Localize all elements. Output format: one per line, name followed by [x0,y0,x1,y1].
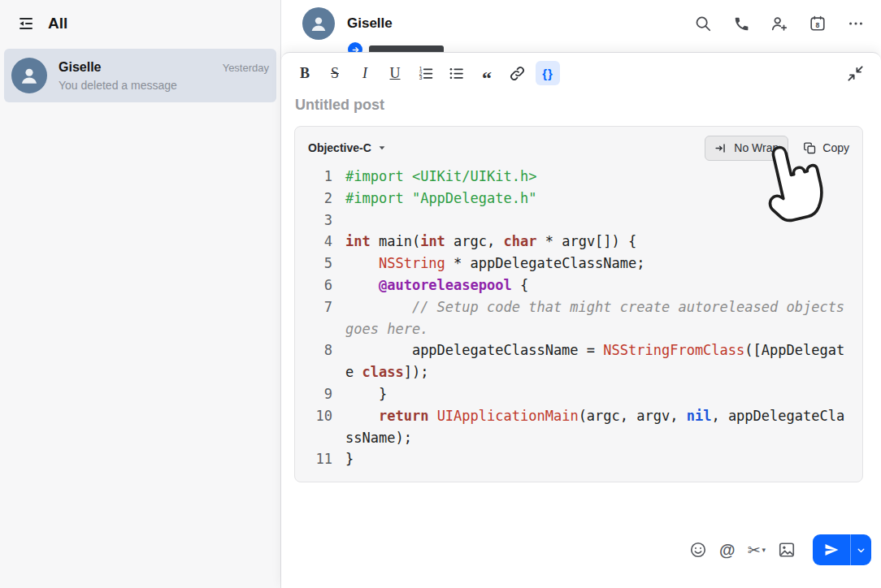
code-text [345,210,846,231]
chat-pane: Giselle [281,0,881,588]
line-number: 3 [308,210,332,231]
code-line: 8 appDelegateClassName = NSStringFromCla… [308,339,849,383]
collapse-editor-icon[interactable] [843,61,868,85]
code-line: 1#import <UIKit/UIKit.h> [308,166,849,188]
mention-icon[interactable]: @ [719,541,736,560]
code-line: 6 @autoreleasepool { [308,275,849,296]
quote-button[interactable]: “ [475,61,499,85]
chat-header: Giselle [281,0,881,47]
chat-title: Giselle [347,15,393,32]
line-number: 8 [308,339,332,383]
line-number: 4 [308,231,332,253]
code-text: return UIApplicationMain(argc, argv, nil… [345,405,846,449]
link-button[interactable] [505,61,530,85]
strikethrough-button[interactable]: S [323,61,347,85]
no-wrap-label: No Wrap [734,141,779,154]
code-text: // Setup code that might create autorele… [345,296,846,340]
conversation-name: Giselle [59,60,101,75]
chat-avatar[interactable] [302,7,335,40]
code-line: 7 // Setup code that might create autore… [308,296,849,340]
code-text: appDelegateClassName = NSStringFromClass… [345,339,846,383]
code-text: int main(int argc, char * argv[]) { [345,231,846,253]
format-toolbar: B S I U 1 2 3 “ [281,53,881,87]
calendar-icon[interactable]: 8 [805,11,830,36]
chat-header-actions: 8 [691,11,868,36]
language-select[interactable]: Objective-C [308,141,387,154]
code-actions: No Wrap Copy [705,136,849,161]
image-icon[interactable] [778,541,796,559]
code-line: 10 return UIApplicationMain(argc, argv, … [308,405,849,449]
code-text: NSString * appDelegateClassName; [345,253,846,275]
sidebar: All Giselle Yesterday You deleted a mess… [0,0,281,588]
copy-button[interactable]: Copy [803,141,849,155]
line-number: 1 [308,166,332,188]
code-text: } [345,383,846,405]
post-editor-panel: B S I U 1 2 3 “ [281,52,881,588]
code-line: 2#import "AppDelegate.h" [308,188,849,210]
svg-text:3: 3 [419,74,423,80]
no-wrap-icon [714,141,728,155]
conversation-item[interactable]: Giselle Yesterday You deleted a message [4,49,276,102]
code-line: 5 NSString * appDelegateClassName; [308,253,849,275]
ordered-list-button[interactable]: 1 2 3 [413,61,438,85]
line-number: 2 [308,188,332,210]
code-line: 9 } [308,383,849,405]
line-number: 6 [308,275,332,296]
post-title-input[interactable]: Untitled post [281,87,881,124]
no-wrap-button[interactable]: No Wrap [705,136,788,161]
add-member-icon[interactable] [767,11,792,36]
code-block-header: Objective-C No Wrap [308,134,849,162]
line-number: 11 [308,448,332,470]
quick-message-icon[interactable]: ✂▾ [748,543,766,558]
code-text: #import <UIKit/UIKit.h> [345,166,846,188]
code-line: 11} [308,448,849,470]
more-icon[interactable] [844,11,868,36]
person-icon [19,65,40,86]
italic-button[interactable]: I [353,61,377,85]
copy-label: Copy [822,141,849,154]
copy-icon [803,141,817,155]
line-number: 5 [308,253,332,275]
avatar [11,58,47,93]
phone-icon[interactable] [729,11,753,36]
person-icon [309,14,328,33]
code-lines: 1#import <UIKit/UIKit.h>2#import "AppDel… [308,166,849,470]
line-number: 9 [308,383,332,405]
chevron-down-icon [377,143,387,153]
chat-filter-icon[interactable] [14,11,38,36]
conversation-preview: You deleted a message [59,79,269,92]
code-text: #import "AppDelegate.h" [345,188,846,210]
send-icon[interactable] [813,534,850,565]
language-label: Objective-C [308,141,371,154]
composer-actions: @ ✂▾ [689,534,871,565]
code-text: @autoreleasepool { [345,275,846,296]
send-button[interactable] [813,534,871,565]
code-block-button[interactable]: {} [536,61,560,85]
code-line: 3 [308,210,849,231]
code-text: } [345,448,846,470]
svg-text:8: 8 [816,21,820,29]
code-block[interactable]: Objective-C No Wrap [294,126,863,482]
sidebar-header: All [0,0,280,47]
bullet-list-button[interactable] [444,61,469,85]
conversation-text: Giselle Yesterday You deleted a message [59,60,269,92]
code-line: 4int main(int argc, char * argv[]) { [308,231,849,253]
emoji-icon[interactable] [689,541,707,559]
line-number: 7 [308,296,332,340]
conversation-time: Yesterday [223,62,269,74]
bold-button[interactable]: B [293,61,317,85]
line-number: 10 [308,405,332,449]
sidebar-title: All [48,15,67,32]
send-options-caret[interactable] [850,534,871,565]
search-icon[interactable] [691,11,715,36]
underline-button[interactable]: U [383,61,407,85]
